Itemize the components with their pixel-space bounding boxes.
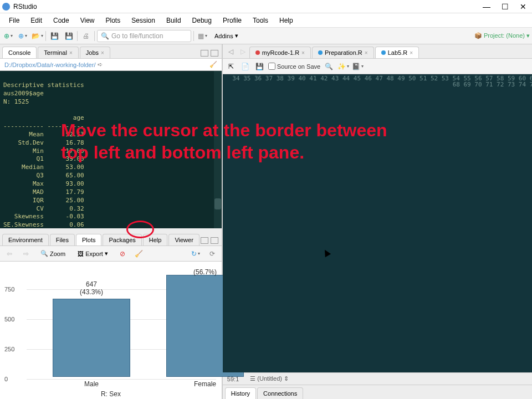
pane-min-icon[interactable]: [201, 237, 208, 244]
menu-tools[interactable]: Tools: [247, 14, 274, 27]
menu-profile[interactable]: Profile: [217, 14, 247, 27]
src-show-icon[interactable]: 📄: [239, 60, 252, 73]
bar-label-male: 647 (43.3%): [58, 280, 125, 296]
plot-clear-icon[interactable]: 🧹: [133, 248, 145, 260]
file-tab-2[interactable]: Lab5.R×: [375, 47, 419, 58]
tab-environment[interactable]: Environment: [2, 234, 49, 245]
y-tick: 750: [4, 286, 14, 293]
menu-build[interactable]: Build: [161, 14, 187, 27]
console-scrollbar[interactable]: [214, 71, 222, 228]
plot-export-button[interactable]: 🖼Export ▾: [74, 248, 112, 259]
source-nav-back-icon[interactable]: ◁: [225, 45, 237, 58]
file-tab-1[interactable]: Preparation.R×: [312, 47, 374, 58]
tab-packages[interactable]: Packages: [103, 234, 141, 245]
pane-min-icon[interactable]: [201, 50, 208, 57]
src-find-icon[interactable]: 🔍: [323, 60, 335, 73]
source-on-save-checkbox[interactable]: Source on Save: [268, 63, 320, 70]
tab-console[interactable]: Console: [2, 47, 37, 58]
export-icon: 🖼: [78, 250, 84, 257]
save-button[interactable]: 💾: [48, 30, 60, 42]
plot-publish-icon[interactable]: ↻: [190, 248, 202, 260]
maximize-icon[interactable]: ☐: [502, 2, 509, 11]
menu-help[interactable]: Help: [274, 14, 299, 27]
plot-toolbar: ⇦ ⇨ 🔍Zoom 🖼Export ▾ ⊘ 🧹 ↻ ⟳: [0, 246, 222, 262]
console-path-arrow-icon[interactable]: ➪: [98, 61, 103, 68]
plot-remove-icon[interactable]: ⊘: [116, 248, 129, 260]
goto-file-input[interactable]: 🔍 Go to file/function: [97, 30, 191, 42]
plot-zoom-button[interactable]: 🔍Zoom: [37, 248, 69, 259]
tab-terminal[interactable]: Terminal×: [38, 47, 78, 58]
console-output[interactable]: Descriptive statistics aus2009$age N: 15…: [0, 71, 222, 228]
src-wand-icon[interactable]: ✨: [337, 60, 349, 73]
src-popout-icon[interactable]: ⇱: [225, 60, 237, 73]
cat-label-male: Male: [72, 380, 111, 388]
console-clear-icon[interactable]: 🧹: [209, 61, 217, 68]
plots-tabbar: Environment Files Plots Packages Help Vi…: [0, 232, 222, 246]
pane-max-icon[interactable]: [211, 50, 218, 57]
titlebar: RStudio — ☐ ✕: [0, 0, 532, 13]
y-tick: 250: [4, 346, 14, 352]
tab-connections[interactable]: Connections: [257, 387, 303, 399]
menu-file[interactable]: File: [3, 14, 25, 27]
minimize-icon[interactable]: —: [483, 2, 490, 11]
plot-refresh-icon[interactable]: ⟳: [206, 248, 218, 260]
source-editor[interactable]: 34 35 36 37 38 39 40 41 42 43 44 45 46 4…: [223, 74, 532, 372]
menu-plots[interactable]: Plots: [100, 14, 126, 27]
plot-area: 750 500 250 0 647 (43.3%) (56.7%) Male F…: [0, 262, 222, 399]
tab-help[interactable]: Help: [143, 234, 168, 245]
main-toolbar: ⊕ ⊕ 📂 💾 💾 🖨 🔍 Go to file/function ▦ Addi…: [0, 28, 532, 44]
source-tabbar: ◁ ▷ myRcode-1.R× Preparation.R× Lab5.R×: [223, 44, 532, 59]
y-tick: 0: [4, 376, 8, 382]
new-project-button[interactable]: ⊕: [17, 30, 29, 42]
menubar: File Edit Code View Plots Session Build …: [0, 13, 532, 28]
y-tick: 500: [4, 316, 14, 323]
window-title: RStudio: [13, 3, 483, 11]
source-toolbar: ⇱ 📄 💾 Source on Save 🔍 ✨ 📓 → ↻ ↧Source ▾: [223, 59, 532, 74]
close-icon[interactable]: ✕: [520, 2, 526, 11]
section-nav[interactable]: ☰ (Untitled) ⇕: [250, 375, 289, 382]
tab-jobs[interactable]: Jobs×: [80, 47, 110, 58]
right-bottom-tabbar: History Connections: [223, 385, 532, 399]
tab-viewer[interactable]: Viewer: [168, 234, 199, 245]
menu-code[interactable]: Code: [48, 14, 75, 27]
print-button[interactable]: 🖨: [80, 30, 92, 42]
save-all-button[interactable]: 💾: [63, 30, 75, 42]
zoom-icon: 🔍: [40, 250, 48, 257]
file-tab-0[interactable]: myRcode-1.R×: [249, 47, 311, 58]
source-statusbar: 59:1 ☰ (Untitled) ⇕ R Script ⇕: [223, 372, 532, 385]
app-logo-icon: [2, 3, 10, 11]
menu-debug[interactable]: Debug: [187, 14, 217, 27]
tab-history[interactable]: History: [225, 387, 256, 399]
open-file-button[interactable]: 📂: [31, 30, 43, 42]
search-icon: 🔍: [101, 32, 109, 40]
pane-max-icon[interactable]: [211, 237, 218, 244]
plot-prev-icon[interactable]: ⇦: [3, 248, 16, 260]
new-file-button[interactable]: ⊕: [2, 30, 14, 42]
menu-session[interactable]: Session: [126, 14, 161, 27]
console-tabbar: Console Terminal× Jobs×: [0, 44, 222, 59]
tab-files[interactable]: Files: [50, 234, 75, 245]
addins-button[interactable]: Addins ▾: [211, 30, 242, 41]
grid-button[interactable]: ▦: [196, 30, 208, 42]
project-label[interactable]: 📦 Project: (None) ▾: [474, 32, 530, 39]
src-notebook-icon[interactable]: 📓: [351, 60, 364, 73]
x-axis-label: R: Sex: [101, 390, 121, 398]
console-path: D:/Dropbox/Data/r-working-folder/ ➪ 🧹: [0, 59, 222, 71]
bar-male: [53, 299, 130, 377]
line-gutter: 34 35 36 37 38 39 40 41 42 43 44 45 46 4…: [223, 74, 532, 372]
cat-label-female: Female: [186, 380, 224, 388]
menu-view[interactable]: View: [75, 14, 100, 27]
plot-next-icon[interactable]: ⇨: [20, 248, 32, 260]
src-save-icon[interactable]: 💾: [254, 60, 266, 73]
source-nav-fwd-icon[interactable]: ▷: [237, 45, 249, 58]
tab-plots[interactable]: Plots: [76, 234, 101, 245]
menu-edit[interactable]: Edit: [25, 14, 48, 27]
